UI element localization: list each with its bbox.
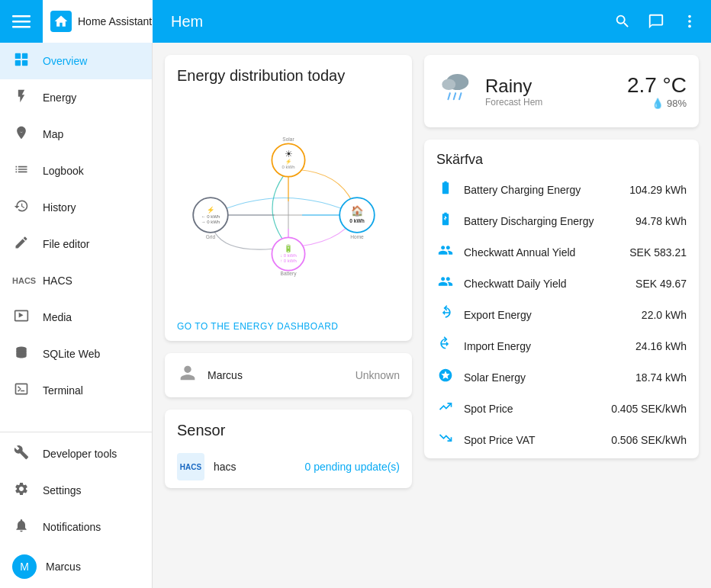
sidebar-item-energy-label: Energy: [43, 92, 76, 104]
sidebar-item-logbook[interactable]: Logbook: [0, 153, 152, 189]
energy-icon: [12, 88, 31, 108]
sidebar-item-settings-label: Settings: [43, 484, 82, 496]
skarfva-row-8: Spot Price VAT 0.506 SEK/kWh: [424, 424, 699, 458]
page-title: Hem: [153, 13, 607, 31]
menu-button[interactable]: [0, 0, 43, 43]
weather-temperature: 2.7 °C: [627, 73, 687, 98]
skarfva-label-7: Spot Price: [464, 403, 513, 415]
skarfva-label-8: Spot Price VAT: [464, 434, 536, 446]
logo-area: Home Assistant: [43, 0, 153, 43]
sidebar-item-notifications[interactable]: Notifications: [0, 509, 152, 545]
weather-humidity: 💧 98%: [627, 98, 687, 109]
skarfva-row-6: Solar Energy 18.74 kWh: [424, 361, 699, 393]
topbar: Home Assistant Hem: [0, 0, 711, 43]
skarfva-left-5: Import Energy: [436, 336, 531, 355]
chat-button[interactable]: [641, 6, 671, 37]
svg-text:0 kWh: 0 kWh: [282, 165, 294, 169]
skarfva-value-1: 94.78 kWh: [635, 215, 687, 227]
skarfva-label-5: Import Energy: [464, 340, 531, 352]
spot-price-vat-icon: [436, 430, 455, 449]
sidebar-item-map[interactable]: Map: [0, 116, 152, 153]
skarfva-title: Skärfva: [424, 140, 699, 174]
skarfva-value-7: 0.405 SEK/kWh: [611, 403, 687, 415]
sidebar-item-developer-tools-label: Developer tools: [43, 448, 117, 460]
weather-left: Rainy Forecast Hem: [436, 67, 542, 115]
skarfva-value-8: 0.506 SEK/kWh: [611, 434, 687, 446]
skarfva-row-1: Battery Discharging Energy 94.78 kWh: [424, 205, 699, 236]
svg-rect-6: [15, 53, 21, 58]
svg-text:⚡: ⚡: [207, 206, 215, 214]
sensor-hacs-icon: HACS: [177, 453, 204, 480]
sidebar-item-sqlite-web[interactable]: SQLite Web: [0, 336, 152, 372]
sidebar-item-sqlite-label: SQLite Web: [43, 348, 100, 360]
person-status: Unknown: [356, 369, 400, 381]
export-energy-icon: [436, 305, 455, 324]
svg-text:→ 0 kWh: → 0 kWh: [201, 220, 220, 224]
history-icon: [12, 198, 31, 217]
search-button[interactable]: [607, 6, 638, 37]
sidebar-item-energy[interactable]: Energy: [0, 79, 152, 116]
svg-text:← 0 kWh: ← 0 kWh: [201, 214, 220, 219]
skarfva-left-7: Spot Price: [436, 399, 513, 418]
sidebar-item-terminal[interactable]: Terminal: [0, 372, 152, 409]
user-avatar: M: [12, 554, 37, 579]
sidebar-item-hacs[interactable]: HACS HACS: [0, 262, 152, 299]
svg-line-41: [459, 93, 461, 99]
skarfva-card: Skärfva Battery Charging Energy 104.29 k…: [424, 140, 699, 458]
skarfva-left-3: Checkwatt Daily Yield: [436, 274, 567, 293]
hacs-icon: HACS: [12, 276, 31, 285]
skarfva-row-0: Battery Charging Energy 104.29 kWh: [424, 174, 699, 205]
svg-point-38: [442, 79, 455, 90]
more-button[interactable]: [674, 6, 705, 37]
sensor-row: HACS hacs 0 pending update(s): [165, 445, 412, 488]
svg-text:🏠: 🏠: [351, 204, 364, 217]
svg-text:Grid: Grid: [206, 234, 216, 239]
sidebar-item-hacs-label: HACS: [43, 275, 72, 287]
sidebar-user[interactable]: M Marcus: [0, 545, 152, 588]
energy-card-title: Energy distribution today: [165, 55, 412, 91]
topbar-actions: [607, 6, 711, 37]
skarfva-row-5: Import Energy 24.16 kWh: [424, 330, 699, 361]
sidebar-item-map-label: Map: [43, 128, 63, 140]
sidebar-item-settings[interactable]: Settings: [0, 472, 152, 509]
svg-point-4: [688, 20, 691, 23]
person-card: Marcus Unknown: [165, 353, 412, 397]
svg-rect-0: [12, 15, 31, 18]
skarfva-label-2: Checkwatt Annual Yield: [464, 246, 575, 259]
skarfva-left-0: Battery Charging Energy: [436, 180, 581, 199]
skarfva-left-4: Export Energy: [436, 305, 532, 324]
developer-tools-icon: [12, 445, 31, 464]
svg-text:↑ 0 kWh: ↑ 0 kWh: [280, 259, 297, 263]
logo-icon: [50, 11, 72, 32]
main-layout: Overview Energy Map Logbook History: [0, 43, 711, 588]
skarfva-value-4: 22.0 kWh: [642, 309, 687, 321]
settings-icon: [12, 481, 31, 500]
svg-text:🔋: 🔋: [284, 244, 293, 253]
go-dashboard-button[interactable]: GO TO THE ENERGY DASHBOARD: [165, 312, 412, 341]
svg-text:Home: Home: [350, 234, 364, 239]
sidebar-item-overview[interactable]: Overview: [0, 43, 152, 79]
sidebar-item-history[interactable]: History: [0, 189, 152, 226]
terminal-icon: [12, 381, 31, 400]
battery-charging-icon: [436, 180, 455, 199]
svg-rect-2: [12, 26, 31, 28]
svg-point-3: [688, 15, 691, 18]
sensor-hacs-name: hacs: [214, 461, 236, 473]
sidebar-item-developer-tools[interactable]: Developer tools: [0, 435, 152, 472]
skarfva-value-3: SEK 49.67: [635, 278, 687, 290]
svg-point-5: [688, 25, 691, 28]
svg-text:Battery: Battery: [281, 271, 298, 277]
sensor-card: Sensor HACS hacs 0 pending update(s): [165, 410, 412, 488]
svg-rect-7: [22, 53, 27, 58]
skarfva-label-1: Battery Discharging Energy: [464, 215, 594, 227]
sidebar: Overview Energy Map Logbook History: [0, 43, 153, 588]
energy-card: Energy distribution today: [165, 55, 412, 341]
weather-right: 2.7 °C 💧 98%: [627, 73, 687, 109]
sidebar-item-file-editor[interactable]: File editor: [0, 226, 152, 262]
svg-rect-1: [12, 21, 31, 23]
weather-card: Rainy Forecast Hem 2.7 °C 💧 98%: [424, 55, 699, 127]
battery-discharging-icon: [436, 211, 455, 230]
sidebar-item-logbook-label: Logbook: [43, 165, 84, 177]
sidebar-item-media[interactable]: Media: [0, 299, 152, 336]
right-column: Rainy Forecast Hem 2.7 °C 💧 98% Skärfva: [424, 55, 699, 458]
